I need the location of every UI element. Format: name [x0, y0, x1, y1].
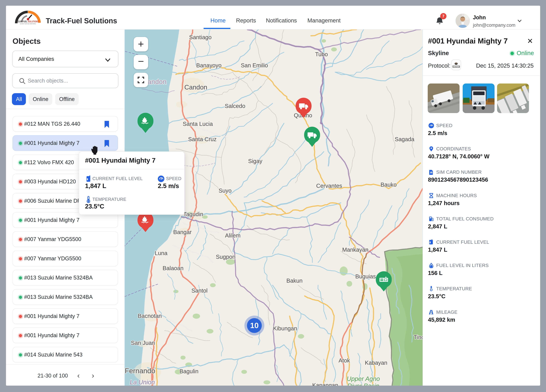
svg-text:Santol: Santol [191, 287, 208, 294]
svg-text:Candon: Candon [184, 83, 207, 91]
svg-text:Cervantes: Cervantes [316, 183, 342, 189]
svg-text:Tubo: Tubo [315, 51, 328, 57]
svg-text:Sigay: Sigay [248, 158, 262, 164]
svg-text:Balaoan: Balaoan [163, 265, 183, 271]
svg-text:Banayoyo: Banayoyo [196, 62, 221, 69]
svg-text:Kibungan: Kibungan [273, 325, 297, 331]
svg-text:San Fernando: San Fernando [125, 367, 155, 375]
svg-text:Buguias: Buguias [355, 273, 376, 279]
svg-text:EDJR FUEL SOLUTIONS: EDJR FUEL SOLUTIONS [17, 20, 39, 23]
svg-text:Suyo: Suyo [219, 188, 232, 194]
svg-text:San Emilio: San Emilio [241, 62, 268, 69]
svg-text:Bangar: Bangar [173, 229, 192, 235]
svg-text:Tagudin: Tagudin [183, 211, 203, 217]
svg-text:Bauko: Bauko [381, 182, 396, 188]
svg-text:Kapangan: Kapangan [312, 382, 338, 386]
svg-text:Kabayan: Kabayan [365, 360, 387, 366]
svg-text:Bakun: Bakun [286, 278, 302, 284]
svg-text:La Union: La Union [130, 379, 155, 386]
svg-text:Tinoc: Tinoc [414, 334, 423, 340]
svg-text:Bagulin: Bagulin [179, 368, 198, 374]
svg-text:Luna: Luna [155, 250, 168, 256]
svg-text:Santa Cruz: Santa Cruz [188, 136, 217, 142]
svg-text:ELEVATE YOUR FUEL MONITORING: ELEVATE YOUR FUEL MONITORING [20, 23, 36, 24]
svg-text:Salcedo: Salcedo [225, 103, 245, 109]
svg-text:Atok: Atok [338, 357, 350, 364]
svg-text:Sugpon: Sugpon [216, 254, 235, 260]
svg-text:10: 10 [250, 321, 259, 330]
svg-text:Santa Lucia: Santa Lucia [183, 121, 213, 127]
svg-text:Sagada: Sagada [395, 136, 415, 142]
svg-text:River Basin: River Basin [347, 382, 379, 386]
svg-text:Santiago: Santiago [189, 34, 212, 40]
svg-text:Mankayan: Mankayan [342, 247, 369, 253]
svg-text:San Juan: San Juan [131, 340, 155, 346]
svg-text:Bacnotan: Bacnotan [138, 313, 162, 319]
svg-text:TECHNOTON: TECHNOTON [452, 66, 460, 68]
svg-text:Alilem: Alilem [225, 232, 240, 239]
svg-text:Upper Agno: Upper Agno [347, 375, 380, 382]
